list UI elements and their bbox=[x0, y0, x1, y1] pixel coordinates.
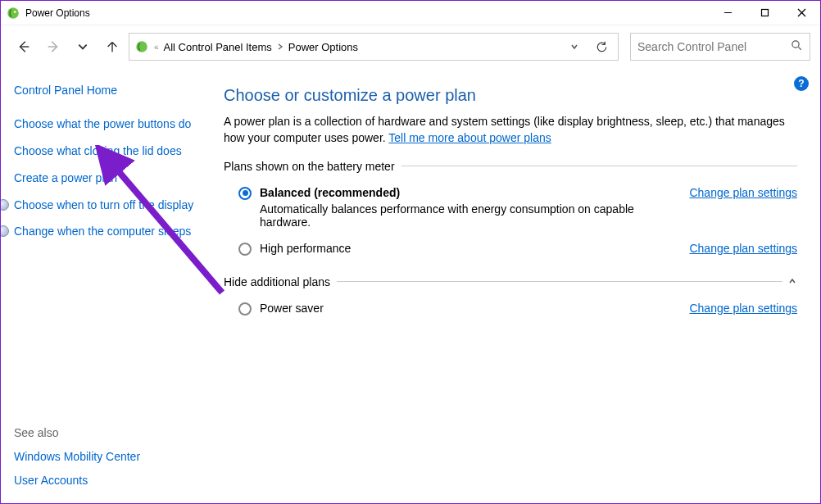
sidebar-closing-lid-link[interactable]: Choose what closing the lid does bbox=[14, 143, 201, 159]
group-battery-plans: Plans shown on the battery meter bbox=[224, 160, 797, 173]
content-body: Control Panel Home Choose what the power… bbox=[1, 68, 820, 503]
plan-balanced-desc: Automatically balances performance with … bbox=[260, 202, 681, 229]
sidebar: Control Panel Home Choose what the power… bbox=[1, 68, 211, 503]
divider bbox=[401, 166, 797, 166]
window-title: Power Options bbox=[25, 7, 710, 19]
app-icon bbox=[6, 6, 20, 20]
sidebar-user-accounts-link[interactable]: User Accounts bbox=[14, 473, 201, 488]
svg-line-10 bbox=[798, 47, 801, 49]
sidebar-item-label: Choose when to turn off the display bbox=[14, 198, 193, 211]
svg-point-8 bbox=[136, 41, 147, 52]
svg-rect-3 bbox=[762, 10, 769, 16]
sidebar-mobility-link[interactable]: Windows Mobility Center bbox=[14, 449, 201, 465]
plan-balanced-radio[interactable] bbox=[238, 187, 252, 200]
search-icon[interactable] bbox=[791, 39, 803, 54]
plan-saver-name: Power saver bbox=[260, 302, 681, 315]
plan-balanced-row: Balanced (recommended) Automatically bal… bbox=[224, 184, 797, 240]
group-label-text: Plans shown on the battery meter bbox=[224, 160, 395, 173]
sidebar-power-buttons-link[interactable]: Choose what the power buttons do bbox=[14, 116, 201, 132]
maximize-button[interactable] bbox=[746, 1, 783, 25]
search-box[interactable] bbox=[630, 33, 810, 61]
group-additional-plans[interactable]: Hide additional plans bbox=[224, 275, 797, 288]
svg-point-9 bbox=[792, 41, 799, 48]
sidebar-home-link[interactable]: Control Panel Home bbox=[14, 83, 201, 98]
refresh-button[interactable] bbox=[590, 41, 613, 53]
shield-icon bbox=[1, 199, 9, 211]
nav-row: « All Control Panel Items Power Options bbox=[1, 25, 820, 68]
window-controls bbox=[710, 1, 820, 25]
nav-recent-button[interactable] bbox=[70, 34, 96, 60]
plan-highperf-row: High performance Change plan settings bbox=[224, 240, 797, 267]
breadcrumb-seg-all[interactable]: All Control Panel Items bbox=[164, 41, 272, 53]
svg-point-0 bbox=[7, 7, 19, 19]
plan-highperf-settings-link[interactable]: Change plan settings bbox=[689, 242, 797, 255]
plan-highperf-radio[interactable] bbox=[238, 243, 252, 256]
breadcrumb-seg-current[interactable]: Power Options bbox=[288, 41, 358, 53]
sidebar-sleep-link[interactable]: Change when the computer sleeps bbox=[1, 224, 201, 239]
plan-balanced-settings-link[interactable]: Change plan settings bbox=[689, 186, 797, 199]
svg-point-1 bbox=[14, 11, 16, 13]
plan-saver-radio[interactable] bbox=[238, 302, 252, 316]
window: Power Options bbox=[0, 0, 821, 504]
shield-icon bbox=[1, 225, 9, 237]
chevron-right-icon bbox=[277, 43, 283, 52]
divider bbox=[337, 281, 782, 282]
plan-balanced-name: Balanced (recommended) bbox=[260, 186, 681, 199]
close-button[interactable] bbox=[783, 1, 820, 25]
sidebar-create-plan-link[interactable]: Create a power plan bbox=[14, 170, 201, 186]
address-dropdown-button[interactable] bbox=[564, 42, 585, 52]
plan-saver-settings-link[interactable]: Change plan settings bbox=[689, 302, 797, 315]
nav-back-button[interactable] bbox=[11, 34, 37, 60]
sidebar-item-label: Change when the computer sleeps bbox=[14, 225, 191, 238]
chevron-up-icon bbox=[787, 275, 797, 288]
group-label-text: Hide additional plans bbox=[224, 275, 330, 288]
breadcrumb-sep-icon: « bbox=[154, 43, 159, 52]
search-input[interactable] bbox=[637, 40, 791, 53]
minimize-button[interactable] bbox=[710, 1, 746, 25]
main-panel: Choose or customize a power plan A power… bbox=[211, 68, 820, 503]
plan-saver-row: Power saver Change plan settings bbox=[224, 300, 797, 327]
address-bar[interactable]: « All Control Panel Items Power Options bbox=[129, 33, 619, 61]
plan-highperf-name: High performance bbox=[260, 242, 681, 255]
titlebar: Power Options bbox=[1, 1, 820, 25]
nav-forward-button[interactable] bbox=[40, 34, 66, 60]
page-description: A power plan is a collection of hardware… bbox=[224, 113, 797, 147]
nav-up-button[interactable] bbox=[99, 34, 125, 60]
page-heading: Choose or customize a power plan bbox=[224, 86, 797, 105]
see-also-heading: See also bbox=[14, 426, 201, 439]
learn-more-link[interactable]: Tell me more about power plans bbox=[388, 131, 551, 144]
sidebar-display-off-link[interactable]: Choose when to turn off the display bbox=[1, 198, 201, 213]
location-icon bbox=[134, 39, 149, 54]
